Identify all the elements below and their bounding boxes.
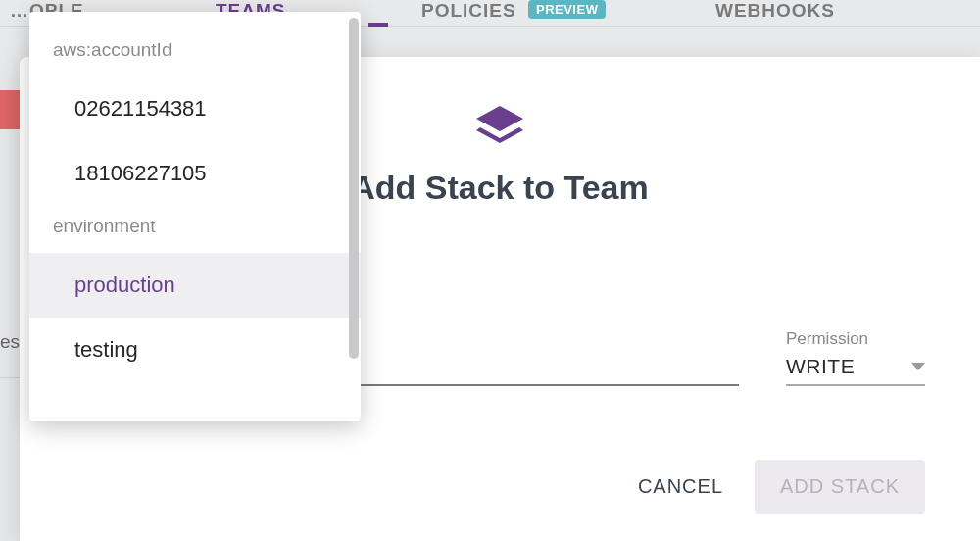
permission-block: Permission WRITE <box>786 329 925 386</box>
permission-value: WRITE <box>786 355 855 378</box>
dropdown-option[interactable]: production <box>29 253 361 318</box>
dropdown-option[interactable]: 02621154381 <box>29 76 361 141</box>
tab-policies-label: POLICIES <box>421 0 516 21</box>
stack-icon <box>472 104 527 151</box>
bg-red-strip <box>0 90 20 129</box>
dropdown-scrollbar[interactable] <box>349 18 359 359</box>
tab-policies[interactable]: POLICIES PREVIEW <box>421 0 606 22</box>
dropdown-group-label: aws:accountId <box>29 29 361 76</box>
bg-row-border <box>0 377 20 378</box>
tab-webhooks[interactable]: WEBHOOKS <box>715 0 835 22</box>
bg-row-text: es <box>0 331 20 353</box>
preview-badge: PREVIEW <box>528 0 606 19</box>
caret-down-icon <box>911 363 925 370</box>
modal-title: Add Stack to Team <box>351 169 649 207</box>
dropdown-option[interactable]: 18106227105 <box>29 141 361 206</box>
dropdown-group-label: environment <box>29 206 361 253</box>
permission-select[interactable]: WRITE <box>786 355 925 386</box>
dropdown-option[interactable]: testing <box>29 318 361 382</box>
dropdown-inner: aws:accountId 02621154381 18106227105 en… <box>29 12 361 382</box>
add-stack-button[interactable]: ADD STACK <box>755 460 925 514</box>
modal-actions: CANCEL ADD STACK <box>630 460 925 514</box>
tag-dropdown: aws:accountId 02621154381 18106227105 en… <box>29 12 361 421</box>
cancel-button[interactable]: CANCEL <box>630 462 731 512</box>
tab-teams-underline <box>368 23 388 27</box>
permission-label: Permission <box>786 329 925 349</box>
